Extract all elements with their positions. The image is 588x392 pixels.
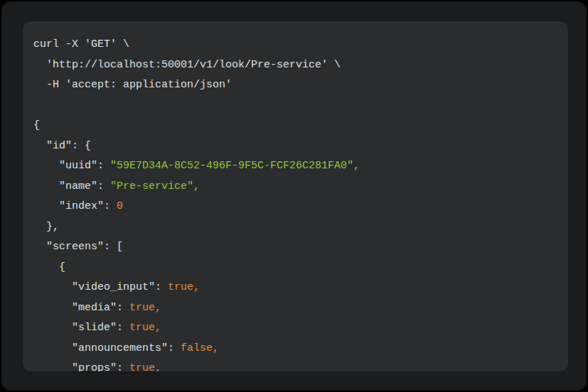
code-line: "index": 0 xyxy=(33,197,557,217)
code-segment: curl -X 'GET' \ xyxy=(33,38,129,50)
code-segment: }, xyxy=(33,221,59,233)
code-segment: true, xyxy=(168,281,200,293)
code-segment: "slide": xyxy=(33,322,129,334)
code-line: "slide": true, xyxy=(33,318,557,339)
code-line: { xyxy=(33,116,557,136)
code-segment: "uuid": xyxy=(33,160,110,172)
code-line: }, xyxy=(33,217,557,238)
code-segment: false, xyxy=(181,342,219,354)
page-background: curl -X 'GET' \ 'http://localhost:50001/… xyxy=(0,0,588,392)
code-segment: 0 xyxy=(117,200,123,212)
code-segment: true, xyxy=(129,322,161,334)
code-segment: -H 'accept: application/json' xyxy=(33,79,232,91)
code-block[interactable]: curl -X 'GET' \ 'http://localhost:50001/… xyxy=(23,21,568,371)
code-segment: true, xyxy=(129,362,161,371)
code-line: { xyxy=(33,258,557,278)
code-segment: "id": { xyxy=(33,140,91,152)
code-line: "props": true, xyxy=(33,359,557,371)
code-line: "media": true, xyxy=(33,298,557,319)
code-line xyxy=(33,96,557,116)
code-segment: "59E7D34A-8C52-496F-9F5C-FCF26C281FA0", xyxy=(110,160,360,172)
code-line: 'http://localhost:50001/v1/look/Pre-serv… xyxy=(33,55,557,76)
code-segment: "index": xyxy=(33,200,117,212)
code-segment: "Pre-service", xyxy=(110,180,200,192)
code-segment: { xyxy=(33,119,40,131)
code-segment: true, xyxy=(129,302,161,314)
code-segment: 'http://localhost:50001/v1/look/Pre-serv… xyxy=(33,59,341,71)
code-lines: curl -X 'GET' \ 'http://localhost:50001/… xyxy=(33,35,557,371)
code-line: -H 'accept: application/json' xyxy=(33,75,557,96)
code-line: "announcements": false, xyxy=(33,339,557,359)
code-line: curl -X 'GET' \ xyxy=(33,35,557,55)
code-line: "name": "Pre-service", xyxy=(33,177,557,197)
code-line: "uuid": "59E7D34A-8C52-496F-9F5C-FCF26C2… xyxy=(33,156,557,177)
code-line: "video_input": true, xyxy=(33,278,557,298)
code-segment: "video_input": xyxy=(33,281,168,293)
code-segment: "announcements": xyxy=(33,342,181,354)
code-segment: "name": xyxy=(33,180,110,192)
code-segment: { xyxy=(33,261,65,273)
code-line: "id": { xyxy=(33,136,557,157)
code-segment: "props": xyxy=(33,362,129,371)
code-segment: "media": xyxy=(33,302,129,314)
code-line: "screens": [ xyxy=(33,237,557,258)
terminal-window: curl -X 'GET' \ 'http://localhost:50001/… xyxy=(1,1,587,391)
code-segment: "screens": [ xyxy=(33,241,123,253)
